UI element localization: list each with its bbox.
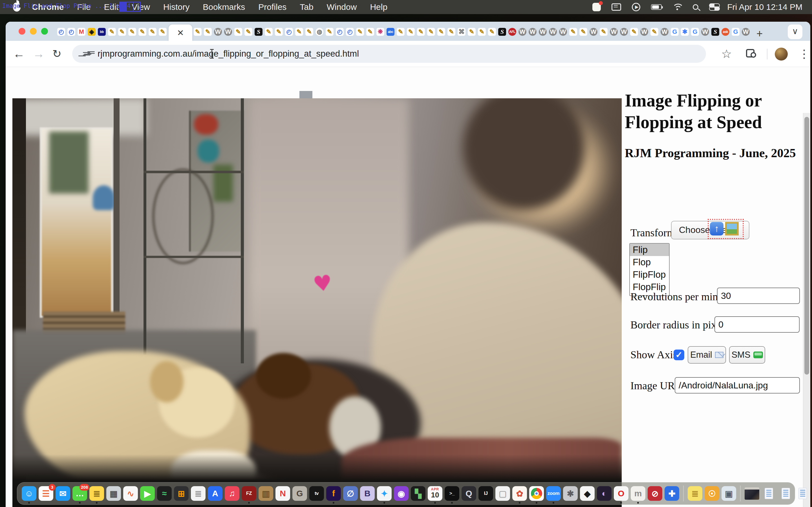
dock-item-do-not-disturb[interactable]: ∅ — [343, 486, 358, 501]
browser-tab-pencil[interactable]: ✎ — [650, 24, 659, 39]
reload-button[interactable]: ↻ — [52, 48, 61, 60]
browser-tab-google[interactable]: G — [731, 24, 741, 39]
browser-tab-pencil[interactable]: ✎ — [234, 24, 243, 39]
browser-tab-clock[interactable]: ◴ — [335, 24, 345, 39]
dock-item-widget-app[interactable]: ▣ — [721, 486, 736, 501]
browser-tab-keyhole[interactable]: ◈ — [87, 24, 96, 39]
dock-item-app-store[interactable]: A — [208, 486, 222, 501]
browser-tab-pencil[interactable]: ✎ — [447, 24, 456, 39]
menu-item-profiles[interactable]: Profiles — [258, 2, 287, 12]
select-option-flip[interactable]: Flip — [630, 244, 669, 256]
dock-item-textedit[interactable]: ≣ — [191, 486, 206, 501]
browser-tab-britbox[interactable]: bb — [97, 24, 107, 39]
dock-item-system-settings[interactable]: ✱ — [563, 486, 578, 501]
profile-avatar[interactable] — [775, 48, 788, 61]
dock-item-minimized-doc[interactable] — [778, 486, 793, 501]
menu-item-bookmarks[interactable]: Bookmarks — [203, 2, 245, 12]
dock-item-filezilla[interactable]: FZ — [242, 486, 256, 501]
drag-handle-square[interactable] — [299, 91, 312, 98]
browser-tab-apple[interactable]: ⌘ — [457, 24, 466, 39]
dock-item-grapher[interactable]: ∿ — [123, 486, 138, 501]
browser-tab-pencil[interactable]: ✎ — [264, 24, 273, 39]
dock-item-zoom[interactable]: zoom — [546, 486, 561, 501]
browser-tab-wp[interactable]: W — [548, 24, 558, 39]
menu-clock[interactable]: Fri Apr 10 12:14 PM — [727, 2, 802, 12]
dock-item-firefox[interactable]: f — [326, 486, 341, 501]
dock-item-tips[interactable]: ☉ — [705, 486, 719, 501]
dock-item-mamp[interactable]: m — [631, 486, 645, 501]
window-zoom-button[interactable] — [41, 28, 48, 35]
menu-item-history[interactable]: History — [163, 2, 190, 12]
rpm-input[interactable]: 30 — [717, 288, 800, 304]
browser-tab-pencil[interactable]: ✎ — [467, 24, 476, 39]
dock-item-chrome[interactable] — [529, 486, 544, 501]
site-settings-icon[interactable] — [83, 51, 90, 56]
dock-item-minimized-doc[interactable] — [795, 486, 810, 501]
browser-tab-wp[interactable]: W — [609, 24, 619, 39]
tab-search-button[interactable]: ∨ — [788, 24, 802, 39]
browser-tab-clock[interactable]: ◴ — [56, 24, 66, 39]
dock-item-tv[interactable]: tv — [309, 486, 324, 501]
browser-tab-pencil[interactable]: ✎ — [148, 24, 157, 39]
menu-item-help[interactable]: Help — [370, 2, 388, 12]
dock-item-minimized-doc[interactable] — [762, 486, 776, 501]
extensions-puzzle-icon[interactable] — [746, 49, 755, 57]
sms-button[interactable]: SMS — [729, 346, 765, 363]
browser-tab-clock[interactable]: ◴ — [284, 24, 294, 39]
browser-tab-wp[interactable]: W — [538, 24, 548, 39]
browser-tab-clock[interactable]: ◴ — [345, 24, 355, 39]
transform-select[interactable]: FlipFlopFlipFlopFlopFlip — [629, 243, 670, 296]
browser-tab-gmail[interactable]: M — [77, 24, 86, 39]
dock-item-notes[interactable]: ≣ — [89, 486, 104, 501]
dock-item-inkscape[interactable]: ◆ — [580, 486, 595, 501]
dock-item-podcasts[interactable]: ◉ — [394, 486, 409, 501]
browser-tab-pencil[interactable]: ✎ — [305, 24, 314, 39]
browser-tab-pencil[interactable]: ✎ — [629, 24, 639, 39]
scrollbar-thumb[interactable] — [804, 117, 809, 375]
search-icon[interactable] — [693, 4, 698, 10]
browser-tab-pencil[interactable]: ✎ — [355, 24, 365, 39]
dock-item-terminal-c[interactable]: >_ — [445, 486, 459, 501]
browser-tab-pencil[interactable]: ✎ — [568, 24, 578, 39]
email-button[interactable]: Email — [688, 346, 726, 363]
browser-tab-wp[interactable]: W — [660, 24, 669, 39]
browser-tab-pencil[interactable]: ✎ — [426, 24, 436, 39]
browser-tab-wp[interactable]: W — [518, 24, 527, 39]
browser-tab-pencil[interactable]: ✎ — [294, 24, 304, 39]
dock-item-racket-app[interactable]: ⊘ — [648, 486, 662, 501]
browser-tab-pencil[interactable]: ✎ — [365, 24, 375, 39]
dock-item-bbedit[interactable]: B — [360, 486, 375, 501]
browser-tab-pencil[interactable]: ✎ — [138, 24, 147, 39]
dock-item-facetime[interactable]: ▶ — [140, 486, 155, 501]
browser-tab-pencil[interactable]: ✎ — [406, 24, 416, 39]
back-button[interactable]: ← — [13, 47, 25, 61]
browser-tab-s-news[interactable]: S — [497, 24, 507, 39]
browser-tab-pencil[interactable]: ✎ — [578, 24, 588, 39]
dock-item-builder-app[interactable]: ✚ — [665, 486, 679, 501]
browser-tab-pencil[interactable]: ✎ — [117, 24, 127, 39]
dock-item-pixelmator[interactable]: ✿ — [512, 486, 527, 501]
dock-item-calendar[interactable]: APR10 — [428, 486, 442, 501]
browser-tab-pencil[interactable]: ✎ — [244, 24, 253, 39]
dock-item-reminders[interactable]: ☰3 — [39, 486, 53, 501]
select-option-flop[interactable]: Flop — [630, 256, 669, 269]
show-axis-checkbox[interactable]: ✓ — [673, 349, 684, 360]
browser-tab-pencil[interactable]: ✎ — [128, 24, 137, 39]
dock-item-finder[interactable]: ☺ — [22, 486, 36, 501]
browser-tab-wp[interactable]: W — [619, 24, 629, 39]
browser-tab-pencil[interactable]: ✎ — [193, 24, 202, 39]
address-bar[interactable]: rjmprogramming.com.au/image_flipping_or_… — [72, 45, 706, 63]
browser-tab-abc[interactable]: abc — [386, 24, 395, 39]
image-url-input[interactable]: /Android/NalaLuna.jpg — [675, 377, 800, 393]
select-option-flipflop[interactable]: FlipFlop — [630, 269, 669, 281]
bookmark-star-icon[interactable]: ☆ — [721, 47, 732, 61]
dock-item-mail[interactable]: ✉ — [56, 486, 70, 501]
browser-tab-pencil[interactable]: ✎ — [416, 24, 426, 39]
browser-tab-s-news[interactable]: S — [254, 24, 263, 39]
control-center-icon[interactable] — [709, 3, 719, 11]
browser-tab-pencil[interactable]: ✎ — [487, 24, 497, 39]
menu-item-tab[interactable]: Tab — [300, 2, 313, 12]
dock-item-calculator[interactable]: ⊞ — [174, 486, 189, 501]
border-radius-input[interactable]: 0 — [714, 316, 800, 333]
browser-menu-icon[interactable]: ⋮ — [799, 47, 810, 60]
